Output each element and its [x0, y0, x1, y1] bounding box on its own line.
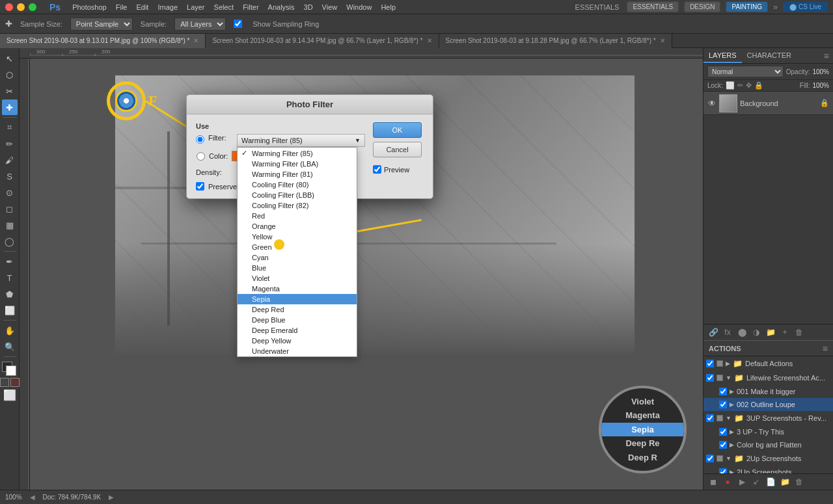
filter-option-green[interactable]: Green: [238, 242, 357, 252]
action-item-002[interactable]: ▶ 002 Outline Loupe: [703, 398, 833, 411]
sample-size-select[interactable]: Point Sample: [70, 18, 133, 31]
tool-path[interactable]: ⬟: [2, 286, 18, 302]
essentials-btn[interactable]: ESSENTIALS: [575, 3, 620, 11]
tab-character[interactable]: CHARACTER: [742, 49, 797, 63]
delete-action-icon[interactable]: 🗑: [793, 476, 805, 488]
lock-edit-icon[interactable]: ✏: [737, 81, 743, 90]
tool-selection[interactable]: ↖: [2, 51, 18, 66]
tab-1-close[interactable]: ✕: [427, 37, 432, 44]
layer-row-background[interactable]: 👁 Background 🔒: [703, 92, 833, 115]
tool-lasso[interactable]: ⬡: [2, 67, 18, 83]
menu-image[interactable]: Image: [154, 2, 182, 12]
menu-help[interactable]: Help: [377, 2, 400, 12]
workspace-more[interactable]: »: [773, 2, 778, 12]
stop-action-icon[interactable]: ◼: [707, 476, 719, 488]
tool-heal[interactable]: ✏: [2, 136, 18, 152]
action-item-001-check[interactable]: [719, 388, 727, 395]
tool-history[interactable]: ⊙: [2, 185, 18, 200]
tool-zoom[interactable]: 🔍: [2, 339, 18, 354]
sample-select[interactable]: All Layers: [174, 18, 226, 31]
action-group-2up-row[interactable]: ▼ 📁 2Up Screenshots: [703, 451, 833, 466]
filter-option-deepemeald[interactable]: Deep Emerald: [238, 325, 357, 336]
filter-option-cyan[interactable]: Cyan: [238, 252, 357, 263]
standard-mode[interactable]: [0, 378, 9, 387]
menu-filter[interactable]: Filter: [239, 2, 262, 12]
action-item-3up-try-check[interactable]: [719, 428, 727, 436]
preserve-checkbox[interactable]: [196, 182, 204, 191]
action-item-2up-check[interactable]: [719, 468, 727, 473]
tool-shape[interactable]: ⬜: [2, 302, 18, 318]
painting-workspace[interactable]: PAINTING: [726, 1, 767, 12]
tab-2-close[interactable]: ✕: [660, 37, 665, 44]
filter-option-deepred[interactable]: Deep Red: [238, 304, 357, 315]
action-group-2up-check[interactable]: [706, 455, 714, 462]
menu-3d[interactable]: 3D: [300, 2, 317, 12]
new-action-icon[interactable]: 📄: [765, 476, 776, 488]
filter-option-underwater[interactable]: Underwater: [238, 346, 357, 356]
menu-edit[interactable]: Edit: [132, 2, 152, 12]
tool-hand[interactable]: ✋: [2, 323, 18, 338]
menu-layer[interactable]: Layer: [183, 2, 209, 12]
action-group-3up-row[interactable]: ▼ 📁 3UP Screenshots - Rev...: [703, 411, 833, 425]
blend-mode-select[interactable]: Normal: [707, 66, 784, 77]
delete-layer-icon[interactable]: 🗑: [793, 326, 805, 338]
filter-option-magenta[interactable]: Magenta: [238, 284, 357, 294]
filter-option-warming85[interactable]: ✓ Warming Filter (85): [238, 148, 357, 159]
action-item-002-check[interactable]: [719, 401, 727, 408]
tool-brush[interactable]: 🖌: [2, 152, 18, 168]
play-action-icon[interactable]: ▶: [736, 476, 748, 488]
actions-panel-menu[interactable]: ≡: [823, 343, 828, 354]
filter-dropdown-container[interactable]: Warming Filter (85) ▼ ✓ Warming Filter (…: [237, 134, 365, 147]
tool-dodge[interactable]: ◯: [2, 233, 18, 249]
tab-2[interactable]: Screen Shot 2019-08-03 at 9.18.28 PM.jpg…: [439, 34, 672, 48]
tab-0-close[interactable]: ✕: [193, 37, 198, 44]
filter-dropdown-header[interactable]: Warming Filter (85) ▼: [237, 134, 365, 147]
tab-1[interactable]: Screen Shot 2019-08-03 at 9.14.34 PM.jpg…: [206, 34, 439, 48]
tab-layers[interactable]: LAYERS: [703, 49, 742, 63]
filter-option-warminglba[interactable]: Warming Filter (LBA): [238, 159, 357, 169]
add-group-icon[interactable]: 📁: [765, 326, 776, 338]
add-adjustment-icon[interactable]: ◑: [750, 326, 762, 338]
action-item-color-flatten[interactable]: ▶ Color bg and Flatten: [703, 438, 833, 451]
menu-file[interactable]: File: [112, 2, 131, 12]
add-action-icon[interactable]: ↙: [750, 476, 762, 488]
design-workspace[interactable]: DESIGN: [684, 1, 720, 12]
eye-icon[interactable]: 👁: [707, 99, 717, 108]
action-group-default-check[interactable]: [706, 360, 714, 367]
filter-option-deepblue[interactable]: Deep Blue: [238, 315, 357, 325]
add-layer-icon[interactable]: +: [779, 326, 791, 338]
new-set-icon[interactable]: 📁: [779, 476, 791, 488]
color-radio[interactable]: [197, 152, 205, 161]
lock-pixel-icon[interactable]: ⬜: [726, 81, 735, 90]
action-group-default-row[interactable]: ▶ 📁 Default Actions: [703, 356, 833, 371]
essentials-workspace[interactable]: ESSENTIALS: [627, 1, 679, 12]
action-item-color-flatten-check[interactable]: [719, 441, 727, 449]
tool-text[interactable]: T: [2, 270, 18, 285]
action-item-2up[interactable]: ▶ 2Up Screenshots: [703, 466, 833, 473]
lock-move-icon[interactable]: ✥: [746, 81, 752, 90]
tool-magic-wand[interactable]: ✂: [2, 83, 18, 99]
filter-option-red[interactable]: Red: [238, 211, 357, 221]
menu-window[interactable]: Window: [342, 2, 376, 12]
tool-gradient[interactable]: ▦: [2, 217, 18, 233]
panel-menu-icon[interactable]: ≡: [820, 51, 833, 61]
record-action-icon[interactable]: ●: [722, 476, 733, 488]
preview-checkbox[interactable]: [373, 165, 381, 174]
add-style-icon[interactable]: fx: [722, 326, 733, 338]
menu-photoshop[interactable]: Photoshop: [68, 2, 111, 12]
tool-eyedropper[interactable]: ✚: [2, 99, 18, 115]
quick-mask-mode[interactable]: [10, 378, 20, 387]
filter-option-cooling80[interactable]: Cooling Filter (80): [238, 179, 357, 190]
cancel-button[interactable]: Cancel: [373, 142, 422, 157]
action-group-3up-check[interactable]: [706, 414, 714, 422]
filter-radio[interactable]: [196, 135, 204, 144]
menu-select[interactable]: Select: [210, 2, 238, 12]
link-layers-icon[interactable]: 🔗: [707, 326, 719, 338]
close-button[interactable]: [5, 3, 13, 11]
filter-option-coolinglbb[interactable]: Cooling Filter (LBB): [238, 190, 357, 200]
tool-crop[interactable]: ⌗: [2, 120, 18, 135]
minimize-button[interactable]: [17, 3, 25, 11]
filter-option-cooling82[interactable]: Cooling Filter (82): [238, 200, 357, 211]
lock-all-icon[interactable]: 🔒: [754, 81, 763, 90]
tool-pen[interactable]: ✒: [2, 254, 18, 269]
